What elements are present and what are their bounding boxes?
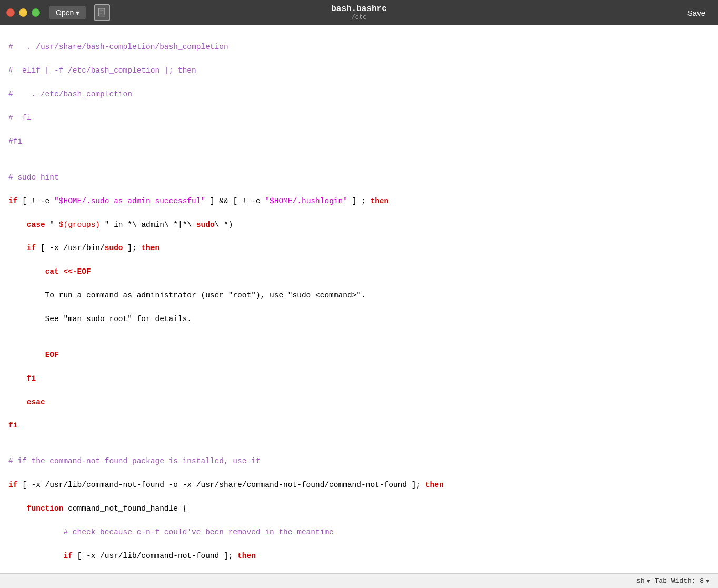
open-button[interactable]: Open ▾ (49, 6, 86, 19)
save-button[interactable]: Save (681, 6, 712, 20)
close-button[interactable] (6, 8, 15, 17)
document-icon[interactable] (94, 4, 110, 21)
tabwidth-chevron-icon: ▾ (705, 577, 710, 585)
minimize-button[interactable] (19, 8, 27, 17)
editor-area[interactable]: # . /usr/share/bash-completion/bash_comp… (0, 25, 718, 573)
status-bar: sh ▾ Tab Width: 8 ▾ (0, 573, 718, 588)
code-content: # . /usr/share/bash-completion/bash_comp… (8, 29, 710, 573)
title-bar: Open ▾ bash.bashrc /etc Save (0, 0, 718, 25)
lang-chevron-icon: ▾ (646, 577, 651, 585)
maximize-button[interactable] (32, 8, 40, 17)
file-path: /etc (331, 14, 387, 21)
language-selector[interactable]: sh ▾ (636, 577, 650, 585)
language-label: sh (636, 577, 645, 585)
file-name: bash.bashrc (331, 4, 387, 14)
titlebar-center: bash.bashrc /etc (331, 4, 387, 21)
open-label: Open (56, 8, 74, 17)
titlebar-left: Open ▾ (6, 4, 110, 21)
tab-width-label: Tab Width: 8 (655, 577, 704, 585)
chevron-down-icon: ▾ (76, 8, 79, 17)
tab-width-selector[interactable]: Tab Width: 8 ▾ (655, 577, 710, 585)
